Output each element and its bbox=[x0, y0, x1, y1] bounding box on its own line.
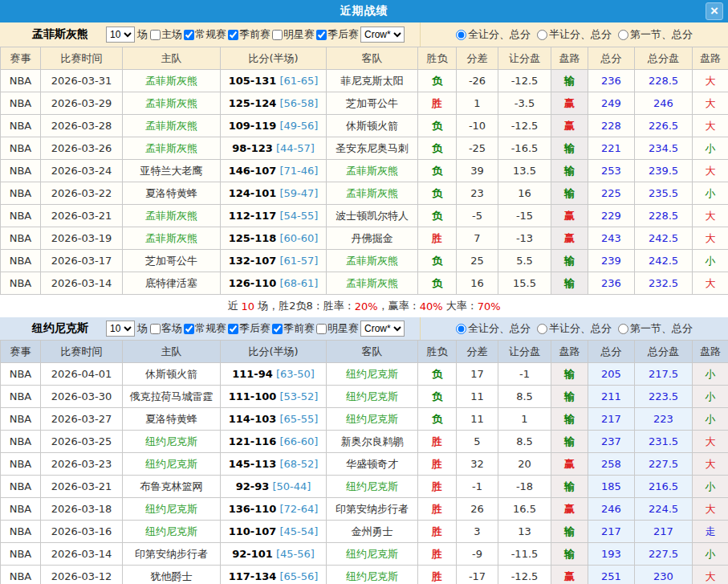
date-cell: 2026-03-21 bbox=[41, 476, 123, 498]
result-cell: 负 bbox=[418, 182, 457, 205]
handicap-result-cell: 输 bbox=[551, 272, 588, 295]
score-cell: 146-107 [71-46] bbox=[221, 160, 327, 182]
date-cell: 2026-03-29 bbox=[41, 92, 123, 115]
filter-checkbox[interactable] bbox=[228, 30, 238, 40]
point-diff-cell: 16 bbox=[457, 272, 498, 295]
filter-option[interactable]: 主场 bbox=[148, 27, 182, 42]
column-header: 让分盘 bbox=[498, 341, 551, 363]
away-team-cell: 华盛顿奇才 bbox=[327, 453, 418, 476]
total-line-cell: 246 bbox=[635, 92, 693, 115]
handicap-line-cell: -13 bbox=[498, 227, 551, 250]
filter-option[interactable]: 常规赛 bbox=[182, 27, 226, 42]
column-header: 赛事 bbox=[1, 341, 41, 363]
filter-checkbox[interactable] bbox=[184, 324, 194, 334]
filter-option[interactable]: 客场 bbox=[148, 321, 182, 336]
halftime-score: [45-56] bbox=[276, 548, 315, 560]
final-score: 92-93 bbox=[236, 480, 270, 492]
filter-checkbox[interactable] bbox=[316, 324, 327, 334]
halftime-score: [68-61] bbox=[279, 277, 318, 289]
halftime-score: [63-50] bbox=[276, 368, 315, 380]
scope-radio[interactable] bbox=[456, 324, 466, 334]
scope-radio[interactable] bbox=[618, 324, 628, 334]
score-cell: 110-107 [45-54] bbox=[221, 521, 327, 543]
total-line-cell: 227.5 bbox=[635, 543, 693, 566]
away-team-cell: 新奥尔良鹈鹕 bbox=[327, 431, 418, 453]
game-row: NBA2026-04-01休斯顿火箭111-94 [63-50]纽约尼克斯负17… bbox=[1, 363, 728, 386]
halftime-score: [60-60] bbox=[279, 232, 318, 244]
over-under-cell: 大 bbox=[693, 160, 728, 182]
result-cell: 负 bbox=[418, 408, 457, 431]
scope-radio[interactable] bbox=[618, 30, 628, 40]
point-diff-cell: 5 bbox=[457, 431, 498, 453]
league-cell: NBA bbox=[1, 431, 41, 453]
league-cell: NBA bbox=[1, 272, 41, 295]
filter-option[interactable]: 季后赛 bbox=[226, 321, 270, 336]
game-row: NBA2026-03-18纽约尼克斯136-110 [72-64]印第安纳步行者… bbox=[1, 498, 728, 521]
scope-option[interactable]: 第一节、总分 bbox=[618, 27, 693, 42]
handicap-line-cell: 1 bbox=[498, 408, 551, 431]
halftime-score: [68-52] bbox=[279, 458, 318, 470]
filter-checkbox[interactable] bbox=[184, 30, 194, 40]
bookmaker-select[interactable]: Crow* bbox=[360, 27, 405, 43]
filter-label: 客场 bbox=[161, 321, 182, 336]
league-cell: NBA bbox=[1, 250, 41, 272]
scope-label: 第一节、总分 bbox=[630, 27, 693, 42]
result-cell: 负 bbox=[418, 205, 457, 227]
filter-option[interactable]: 季前赛 bbox=[226, 27, 270, 42]
column-header: 比赛时间 bbox=[41, 47, 123, 70]
filter-checkbox[interactable] bbox=[150, 324, 161, 334]
filter-option[interactable]: 明星赛 bbox=[315, 321, 359, 336]
over-under-cell: 小 bbox=[693, 386, 728, 408]
result-cell: 负 bbox=[418, 363, 457, 386]
filter-option[interactable]: 常规赛 bbox=[182, 321, 226, 336]
filter-option[interactable]: 季后赛 bbox=[315, 27, 359, 42]
games-count-select[interactable]: 10 bbox=[106, 321, 135, 337]
handicap-line-cell: -15 bbox=[498, 205, 551, 227]
home-team-cell: 孟菲斯灰熊 bbox=[123, 227, 221, 250]
games-suffix-label: 场 bbox=[137, 321, 148, 336]
scope-option[interactable]: 半让分、总分 bbox=[537, 321, 612, 336]
game-row: NBA2026-03-21布鲁克林篮网92-93 [50-44]纽约尼克斯胜-1… bbox=[1, 476, 728, 498]
result-cell: 负 bbox=[418, 272, 457, 295]
handicap-line-cell: 8.5 bbox=[498, 431, 551, 453]
result-cell: 负 bbox=[418, 160, 457, 182]
final-score: 136-110 bbox=[229, 503, 277, 515]
total-line-cell: 217 bbox=[635, 521, 693, 543]
scope-radio[interactable] bbox=[456, 30, 466, 40]
scope-option[interactable]: 第一节、总分 bbox=[618, 321, 693, 336]
halftime-score: [56-58] bbox=[279, 97, 318, 109]
date-cell: 2026-03-26 bbox=[41, 137, 123, 160]
date-cell: 2026-03-16 bbox=[41, 521, 123, 543]
filter-option[interactable]: 明星赛 bbox=[270, 27, 315, 42]
halftime-score: [59-47] bbox=[279, 187, 318, 199]
handicap-result-cell: 输 bbox=[551, 521, 588, 543]
close-icon[interactable]: × bbox=[706, 2, 723, 20]
handicap-result-cell: 赢 bbox=[551, 92, 588, 115]
total-points-cell: 229 bbox=[588, 205, 635, 227]
scope-radio[interactable] bbox=[537, 30, 547, 40]
total-line-cell: 242.5 bbox=[635, 227, 693, 250]
column-header: 客队 bbox=[327, 341, 418, 363]
score-cell: 111-100 [53-52] bbox=[221, 386, 327, 408]
total-line-cell: 223 bbox=[635, 408, 693, 431]
scope-radio[interactable] bbox=[537, 324, 547, 334]
filter-checkbox[interactable] bbox=[272, 30, 283, 40]
halftime-score: [49-56] bbox=[279, 120, 318, 132]
bookmaker-select[interactable]: Crow* bbox=[360, 321, 405, 337]
filter-option[interactable]: 季前赛 bbox=[270, 321, 315, 336]
filter-checkbox[interactable] bbox=[272, 324, 283, 334]
filter-checkbox[interactable] bbox=[150, 30, 161, 40]
filter-checkbox[interactable] bbox=[316, 30, 327, 40]
scope-option[interactable]: 全让分、总分 bbox=[456, 27, 531, 42]
filter-checkbox[interactable] bbox=[228, 324, 238, 334]
total-points-cell: 246 bbox=[588, 498, 635, 521]
scope-option[interactable]: 半让分、总分 bbox=[537, 27, 612, 42]
scope-option[interactable]: 全让分、总分 bbox=[456, 321, 531, 336]
handicap-line-cell: 16.5 bbox=[498, 498, 551, 521]
column-header: 盘路 bbox=[693, 341, 728, 363]
games-count-select[interactable]: 10 bbox=[106, 27, 135, 43]
final-score: 114-103 bbox=[229, 413, 277, 425]
over-under-cell: 大 bbox=[693, 498, 728, 521]
total-points-cell: 217 bbox=[588, 521, 635, 543]
final-score: 146-107 bbox=[229, 165, 277, 177]
